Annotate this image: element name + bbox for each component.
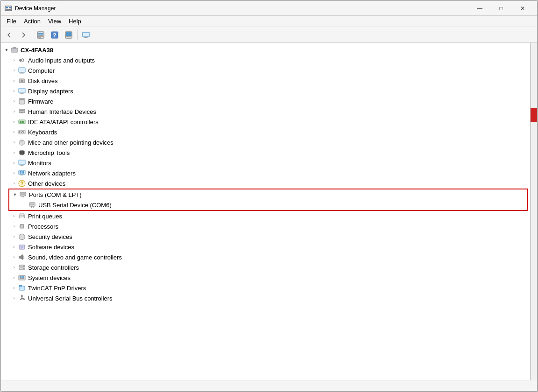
svg-rect-71 [22, 171, 24, 174]
tree-node-keyboards[interactable]: › Keyboards [1, 127, 530, 137]
forward-button[interactable] [17, 29, 30, 41]
hid-label: Human Interface Devices [28, 108, 96, 115]
svg-rect-108 [19, 286, 25, 290]
mice-expand[interactable]: › [10, 139, 18, 146]
audio-expand[interactable]: › [10, 56, 18, 64]
tree-node-network[interactable]: › Network adapters [1, 168, 530, 178]
menu-view[interactable]: View [44, 17, 65, 26]
svg-rect-105 [20, 276, 21, 278]
svg-rect-18 [12, 49, 17, 52]
storage-expand[interactable]: › [10, 264, 18, 271]
other-icon: ? [18, 179, 26, 188]
storage-label: Storage controllers [28, 264, 79, 271]
menu-file[interactable]: File [3, 17, 20, 26]
disk-label: Disk drives [28, 77, 58, 84]
svg-rect-1 [6, 7, 8, 8]
monitor-button[interactable] [79, 29, 92, 41]
tree-node-hid[interactable]: › Human Interface Devices [1, 106, 530, 117]
svg-rect-77 [23, 196, 24, 197]
ports-expand[interactable]: ▼ [11, 191, 19, 198]
computer-expand[interactable]: › [10, 67, 18, 74]
tree-node-storage[interactable]: › Storage controllers [1, 262, 530, 273]
security-expand[interactable]: › [10, 233, 18, 240]
usb-expand[interactable]: › [10, 294, 18, 302]
tree-node-ports[interactable]: ▼ Ports (COM & LPT) [9, 189, 527, 200]
microchip-expand[interactable]: › [10, 149, 18, 156]
tree-node-audio[interactable]: › Audio inputs and outputs [1, 55, 530, 65]
properties-button[interactable] [34, 29, 47, 41]
svg-rect-22 [19, 68, 25, 72]
tree-node-mice[interactable]: › Mice and other pointing devices [1, 137, 530, 147]
title-bar-icon [5, 5, 12, 12]
tree-node-usb[interactable]: › Universal Serial Bus controllers [1, 293, 530, 303]
device-manager-button[interactable] [62, 29, 75, 41]
tree-node-system[interactable]: › System devices [1, 273, 530, 283]
toolbar: ? [1, 27, 537, 43]
svg-rect-14 [83, 32, 89, 37]
menu-action[interactable]: Action [20, 17, 44, 26]
keyboards-expand[interactable]: › [10, 128, 18, 136]
help-button[interactable]: ? [48, 29, 61, 41]
display-expand[interactable]: › [10, 87, 18, 95]
tree-node-microchip[interactable]: › Microch [1, 147, 530, 158]
other-label: Other devices [28, 180, 65, 187]
root-expand-icon[interactable]: ▼ [3, 46, 10, 54]
tree-node-usb-serial[interactable]: USB Serial Device (COM6) [9, 200, 527, 210]
tree-node-security[interactable]: › Security devices [1, 231, 530, 242]
software-expand[interactable]: › [10, 243, 18, 251]
disk-expand[interactable]: › [10, 77, 18, 84]
network-expand[interactable]: › [10, 169, 18, 177]
tree-node-twincat[interactable]: › TwinCAT PnP Drivers [1, 283, 530, 293]
tree-node-display[interactable]: › Display adapters [1, 86, 530, 96]
tree-node-software[interactable]: › Software devices [1, 242, 530, 252]
twincat-label: TwinCAT PnP Drivers [28, 285, 86, 292]
ide-expand[interactable]: › [10, 118, 18, 126]
other-expand[interactable]: › [10, 180, 18, 187]
twincat-icon [18, 284, 26, 292]
svg-rect-46 [21, 131, 21, 132]
tree-node-sound[interactable]: › Sound, video and game controllers [1, 252, 530, 262]
scrollbar[interactable] [531, 43, 537, 380]
network-label: Network adapters [28, 170, 76, 177]
root-label: CX-4FAA38 [21, 47, 53, 54]
svg-text:?: ? [53, 32, 56, 39]
print-expand[interactable]: › [10, 212, 18, 220]
processors-expand[interactable]: › [10, 223, 18, 230]
svg-rect-107 [20, 278, 24, 279]
menu-help[interactable]: Help [65, 17, 85, 26]
audio-icon [18, 56, 26, 64]
tree-node-disk[interactable]: › Disk drives [1, 76, 530, 86]
svg-rect-49 [19, 132, 20, 133]
svg-rect-28 [19, 88, 25, 93]
svg-rect-48 [23, 131, 24, 132]
software-icon [18, 243, 26, 251]
minimize-button[interactable]: — [469, 1, 490, 16]
computer-icon [18, 66, 26, 75]
svg-rect-5 [38, 33, 43, 35]
sound-expand[interactable]: › [10, 253, 18, 261]
monitors-icon [18, 159, 26, 167]
tree-node-processors[interactable]: › Processors [1, 221, 530, 231]
twincat-expand[interactable]: › [10, 284, 18, 292]
tree-node-monitors[interactable]: › Monitors [1, 158, 530, 168]
tree-node-other[interactable]: › ? Other devices [1, 178, 530, 189]
tree-node-firmware[interactable]: › Firmware [1, 96, 530, 106]
tree-node-ide[interactable]: › IDE ATA/ATAPI controllers [1, 117, 530, 127]
svg-rect-45 [19, 131, 20, 132]
system-expand[interactable]: › [10, 274, 18, 281]
usb-icon [18, 294, 26, 302]
svg-rect-19 [13, 47, 16, 49]
keyboards-label: Keyboards [28, 129, 57, 136]
keyboards-icon [18, 128, 26, 136]
tree-node-print[interactable]: › Print queues [1, 211, 530, 221]
restore-button[interactable]: □ [490, 1, 512, 16]
tree-node-computer[interactable]: › Computer [1, 65, 530, 76]
firmware-expand[interactable]: › [10, 98, 18, 105]
hid-expand[interactable]: › [10, 108, 18, 115]
back-button[interactable] [3, 29, 16, 41]
tree-area[interactable]: ▼ CX-4FAA38 › [1, 43, 531, 380]
usb-serial-icon [28, 201, 36, 209]
close-button[interactable]: ✕ [512, 1, 533, 16]
monitors-expand[interactable]: › [10, 159, 18, 167]
tree-node-root[interactable]: ▼ CX-4FAA38 [1, 45, 530, 55]
